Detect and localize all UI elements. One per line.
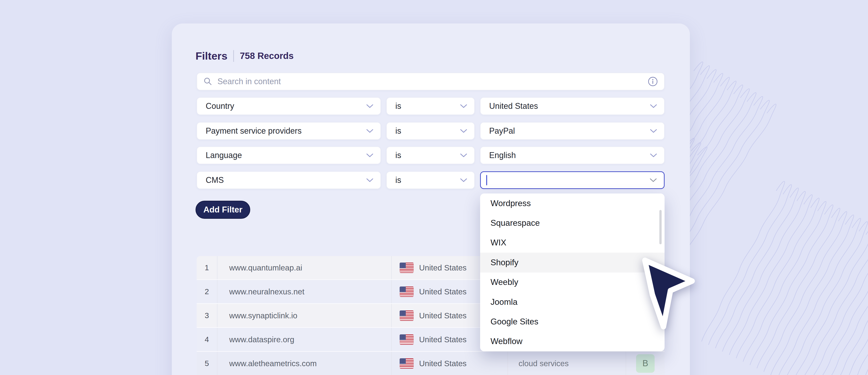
us-flag-icon <box>400 286 414 297</box>
filter-operator-value: is <box>395 101 401 111</box>
row-number: 3 <box>197 304 217 327</box>
info-icon[interactable] <box>647 76 658 87</box>
filter-value-input-focused[interactable] <box>480 171 664 189</box>
chevron-down-icon <box>650 178 657 182</box>
filter-operator-value: is <box>395 126 401 136</box>
search-bar <box>197 73 664 90</box>
filter-field-select[interactable]: Payment service providers <box>197 122 381 140</box>
chevron-down-icon <box>366 153 373 157</box>
dropdown-option[interactable]: Wordpress <box>480 194 664 213</box>
row-badge-cell: B <box>626 352 664 375</box>
filter-field-value: Payment service providers <box>206 126 302 136</box>
us-flag-icon <box>400 263 414 273</box>
cursor-icon <box>631 247 708 338</box>
filter-field-select[interactable]: Language <box>197 146 381 164</box>
filter-field-select[interactable]: Country <box>197 97 381 115</box>
chevron-down-icon <box>460 104 467 108</box>
panel-header: Filters 758 Records <box>195 50 293 62</box>
filter-operator-select[interactable]: is <box>386 97 475 115</box>
chevron-down-icon <box>460 178 467 182</box>
country-label: United States <box>419 335 467 344</box>
add-filter-button[interactable]: Add Filter <box>195 201 250 219</box>
filter-field-value: CMS <box>206 175 224 185</box>
row-url: www.neuralnexus.net <box>217 280 392 303</box>
filter-row-psp: Payment service providers is PayPal <box>197 122 664 140</box>
chevron-down-icon <box>460 129 467 133</box>
us-flag-icon <box>400 310 414 321</box>
row-number: 5 <box>197 352 217 375</box>
filter-value-select[interactable]: United States <box>480 97 664 115</box>
country-label: United States <box>419 311 467 320</box>
us-flag-icon <box>400 334 414 345</box>
chevron-down-icon <box>366 129 373 133</box>
filter-operator-select[interactable]: is <box>386 122 475 140</box>
filter-operator-select[interactable]: is <box>386 171 475 189</box>
table-row[interactable]: 5 www.aletheametrics.com United States c… <box>197 351 664 375</box>
filter-row-cms: CMS is <box>197 171 664 189</box>
country-label: United States <box>419 263 467 272</box>
country-label: United States <box>419 359 467 368</box>
chevron-down-icon <box>366 104 373 108</box>
filter-value-text: United States <box>489 101 538 111</box>
chevron-down-icon <box>650 104 657 108</box>
filter-operator-value: is <box>395 150 401 160</box>
row-country: United States <box>392 352 508 375</box>
filter-operator-select[interactable]: is <box>386 146 475 164</box>
filter-operator-value: is <box>395 175 401 185</box>
filter-value-select[interactable]: PayPal <box>480 122 664 140</box>
chevron-down-icon <box>366 178 373 182</box>
row-keywords: cloud services <box>508 352 626 375</box>
filter-value-select[interactable]: English <box>480 146 664 164</box>
filter-row-country: Country is United States <box>197 97 664 115</box>
search-input[interactable] <box>217 76 664 87</box>
filter-value-text: English <box>489 150 516 160</box>
text-cursor <box>486 175 487 185</box>
row-url: www.quantumleap.ai <box>217 256 392 279</box>
page-title: Filters <box>195 50 227 62</box>
row-number: 2 <box>197 280 217 303</box>
search-icon <box>204 77 213 86</box>
row-number: 1 <box>197 256 217 279</box>
country-label: United States <box>419 287 467 296</box>
filter-row-language: Language is English <box>197 146 664 164</box>
filter-field-select[interactable]: CMS <box>197 171 381 189</box>
scrollbar-thumb[interactable] <box>659 210 662 244</box>
filter-value-text: PayPal <box>489 126 515 136</box>
chevron-down-icon <box>460 153 467 157</box>
filter-field-value: Country <box>206 101 234 111</box>
row-url: www.synapticlink.io <box>217 304 392 327</box>
header-divider <box>233 50 234 62</box>
chevron-down-icon <box>650 153 657 157</box>
filter-field-value: Language <box>206 150 242 160</box>
records-count: 758 Records <box>240 51 293 61</box>
dropdown-option[interactable]: Squarespace <box>480 213 664 233</box>
page-background: Filters 758 Records Country <box>0 0 868 375</box>
grade-badge: B <box>636 354 655 373</box>
row-url: www.dataspire.org <box>217 328 392 351</box>
row-number: 4 <box>197 328 217 351</box>
chevron-down-icon <box>650 129 657 133</box>
row-url: www.aletheametrics.com <box>217 352 392 375</box>
us-flag-icon <box>400 358 414 369</box>
